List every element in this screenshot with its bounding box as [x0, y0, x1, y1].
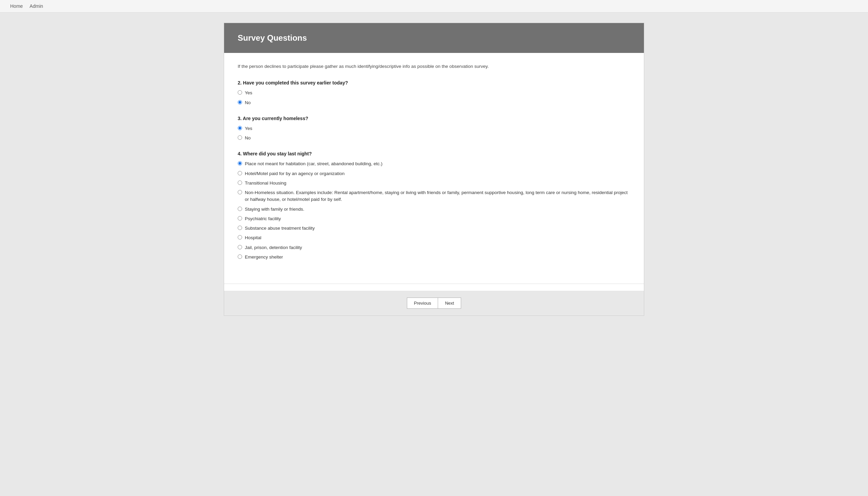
question-4-radio-4[interactable]: [238, 190, 242, 195]
question-2-radio-yes[interactable]: [238, 90, 242, 95]
question-3-label: 3. Are you currently homeless?: [238, 116, 630, 121]
question-3-option-no[interactable]: No: [238, 135, 630, 141]
question-4-label-4: Non-Homeless situation. Examples include…: [245, 189, 630, 203]
question-2-label-no: No: [245, 99, 251, 106]
question-4-option-10[interactable]: Emergency shelter: [238, 254, 630, 261]
survey-title: Survey Questions: [238, 33, 630, 43]
question-4-option-3[interactable]: Transitional Housing: [238, 180, 630, 187]
question-4-radio-2[interactable]: [238, 171, 242, 175]
question-4-label-9: Jail, prison, detention facility: [245, 244, 302, 251]
question-4-radio-3[interactable]: [238, 181, 242, 185]
question-4-radio-1[interactable]: [238, 161, 242, 166]
question-2-option-no[interactable]: No: [238, 99, 630, 106]
question-4-label-10: Emergency shelter: [245, 254, 283, 261]
question-4-radio-7[interactable]: [238, 226, 242, 230]
question-4-option-2[interactable]: Hotel/Motel paid for by an agency or org…: [238, 170, 630, 177]
question-4-radio-8[interactable]: [238, 235, 242, 239]
survey-body: If the person declines to participate pl…: [224, 53, 644, 280]
question-4-label-8: Hospital: [245, 234, 261, 241]
question-4-option-9[interactable]: Jail, prison, detention facility: [238, 244, 630, 251]
question-3-label-no: No: [245, 135, 251, 141]
question-4-label-2: Hotel/Motel paid for by an agency or org…: [245, 170, 344, 177]
survey-header: Survey Questions: [224, 23, 644, 53]
nav-admin[interactable]: Admin: [30, 3, 43, 9]
question-4-radio-5[interactable]: [238, 207, 242, 211]
question-3-radio-yes[interactable]: [238, 126, 242, 130]
question-4-label-1: Place not meant for habitation (car, str…: [245, 160, 383, 167]
question-2-radio-no[interactable]: [238, 100, 242, 105]
question-2-block: 2. Have you completed this survey earlie…: [238, 80, 630, 106]
question-3-label-yes: Yes: [245, 125, 252, 132]
question-4-option-8[interactable]: Hospital: [238, 234, 630, 241]
question-4-option-7[interactable]: Substance abuse treatment facility: [238, 225, 630, 232]
question-4-option-4[interactable]: Non-Homeless situation. Examples include…: [238, 189, 630, 203]
question-4-label-5: Staying with family or friends.: [245, 206, 304, 213]
question-3-block: 3. Are you currently homeless? Yes No: [238, 116, 630, 142]
question-4-label-6: Psychiatric facility: [245, 215, 281, 222]
question-4-option-1[interactable]: Place not meant for habitation (car, str…: [238, 160, 630, 167]
question-4-option-5[interactable]: Staying with family or friends.: [238, 206, 630, 213]
question-4-label: 4. Where did you stay last night?: [238, 151, 630, 156]
pagination-area: Previous Next: [224, 291, 644, 315]
question-2-label-yes: Yes: [245, 90, 252, 96]
top-navigation: Home Admin: [0, 0, 868, 13]
page-wrapper: Survey Questions If the person declines …: [217, 23, 651, 316]
survey-container: Survey Questions If the person declines …: [224, 23, 644, 316]
next-button[interactable]: Next: [438, 297, 461, 309]
body-divider: [224, 284, 644, 284]
question-3-radio-no[interactable]: [238, 135, 242, 140]
nav-home[interactable]: Home: [10, 3, 23, 9]
intro-text: If the person declines to participate pl…: [238, 63, 630, 70]
previous-button[interactable]: Previous: [407, 297, 438, 309]
question-4-radio-6[interactable]: [238, 216, 242, 220]
question-4-label-7: Substance abuse treatment facility: [245, 225, 315, 232]
question-4-option-6[interactable]: Psychiatric facility: [238, 215, 630, 222]
question-3-option-yes[interactable]: Yes: [238, 125, 630, 132]
question-4-block: 4. Where did you stay last night? Place …: [238, 151, 630, 261]
question-4-label-3: Transitional Housing: [245, 180, 287, 187]
question-4-radio-10[interactable]: [238, 254, 242, 259]
question-2-label: 2. Have you completed this survey earlie…: [238, 80, 630, 86]
question-2-option-yes[interactable]: Yes: [238, 90, 630, 96]
question-4-radio-9[interactable]: [238, 245, 242, 249]
